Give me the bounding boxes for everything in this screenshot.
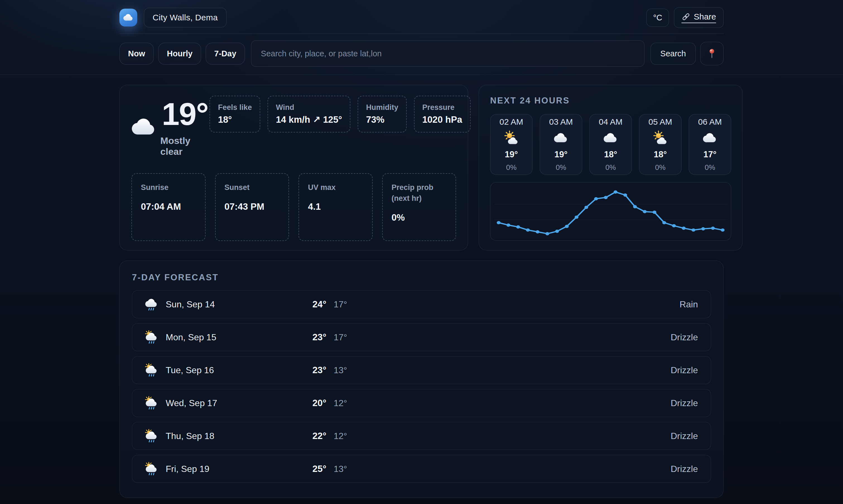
current-conditions-card: 19° Mostly clear Feels like 18° Wind 14 …	[120, 85, 468, 250]
forecast-day-cell: Fri, Sep 19	[145, 462, 312, 476]
forecast-condition: Drizzle	[670, 365, 698, 375]
detail-uv-max: UV max 4.1	[299, 173, 373, 241]
forecast-high-temp: 25°	[312, 464, 326, 474]
forecast-day-label: Sun, Sep 14	[166, 299, 215, 310]
temperature-column: 19° Mostly clear	[160, 97, 210, 157]
forecast-weather-icon	[145, 297, 158, 311]
stat-pressure: Pressure 1020 hPa	[414, 96, 471, 132]
forecast-low-temp: 13°	[334, 365, 347, 375]
hour-temperature: 19°	[555, 149, 568, 160]
tab-now[interactable]: Now	[120, 43, 154, 65]
detail-value: 07:43 PM	[225, 201, 280, 212]
next-24-hours-card: NEXT 24 HOURS 02 AM 19° 0% 03 AM 19° 0%	[479, 85, 742, 250]
forecast-low-temp: 17°	[334, 299, 347, 310]
forecast-day-label: Wed, Sep 17	[166, 398, 217, 408]
current-details: Sunrise 07:04 AM Sunset 07:43 PM UV max …	[131, 173, 456, 241]
forecast-row-sun-sep-14: Sun, Sep 14 24° 17° Rain	[132, 290, 711, 318]
stat-label: Humidity	[366, 103, 398, 112]
current-condition: Mostly clear	[160, 135, 210, 157]
tab-hourly[interactable]: Hourly	[158, 43, 201, 65]
stat-humidity: Humidity 73%	[358, 96, 407, 132]
stat-label: Wind	[276, 103, 342, 112]
temperature-chart	[490, 182, 731, 241]
hour-06am: 06 AM 17° 0%	[689, 114, 731, 175]
hour-time: 02 AM	[499, 117, 523, 127]
detail-label: Precip prob (next hr)	[392, 182, 447, 204]
current-temperature: 19°	[162, 97, 208, 131]
forecast-row-thu-sep-18: Thu, Sep 18 22° 12° Drizzle	[132, 422, 711, 450]
hour-time: 04 AM	[599, 117, 622, 127]
stat-value: 14 km/h ↗ 125°	[276, 114, 342, 125]
next-24-hours-title: NEXT 24 HOURS	[490, 96, 731, 106]
forecast-weather-icon	[145, 462, 158, 476]
forecast-day-label: Fri, Sep 19	[166, 464, 210, 474]
search-input[interactable]	[251, 40, 644, 67]
forecast-high-temp: 24°	[312, 299, 326, 310]
forecast-low-temp: 12°	[334, 431, 347, 441]
cloud-icon	[123, 12, 133, 23]
stat-value: 18°	[218, 114, 252, 125]
temperature-block: 19° Mostly clear	[131, 97, 210, 157]
stat-value: 1020 hPa	[422, 114, 462, 125]
forecast-condition: Drizzle	[670, 398, 698, 408]
hour-05am: 05 AM 18° 0%	[639, 114, 681, 175]
forecast-high-temp: 22°	[312, 431, 326, 441]
hour-temperature: 19°	[505, 149, 518, 160]
location-button[interactable]: City Walls, Dema	[144, 8, 227, 27]
forecast-low-temp: 17°	[334, 332, 347, 342]
forecast-high-temp: 23°	[312, 365, 326, 375]
current-summary: 19° Mostly clear Feels like 18° Wind 14 …	[131, 96, 456, 157]
hour-weather-icon	[603, 130, 618, 146]
hour-precip-probability: 0%	[705, 163, 715, 172]
forecast-day-label: Mon, Sep 15	[166, 332, 216, 342]
detail-sunset: Sunset 07:43 PM	[215, 173, 289, 241]
forecast-low-temp: 12°	[334, 398, 347, 408]
detail-precip-prob: Precip prob (next hr) 0%	[382, 173, 456, 241]
app-brand: City Walls, Dema	[120, 8, 227, 27]
forecast-high-temp: 20°	[312, 398, 326, 408]
search-button[interactable]: Search	[650, 43, 696, 65]
hour-weather-icon	[504, 130, 519, 146]
forecast-day-cell: Thu, Sep 18	[145, 429, 312, 443]
forecast-condition: Drizzle	[670, 332, 698, 342]
forecast-weather-icon	[145, 363, 158, 377]
header-actions: °C Share	[646, 7, 723, 28]
hour-temperature: 18°	[654, 149, 667, 160]
detail-value: 4.1	[308, 201, 363, 212]
seven-day-forecast-card: 7-DAY FORECAST Sun, Sep 14 24° 17° Rain	[120, 260, 723, 498]
stat-feels-like: Feels like 18°	[210, 96, 260, 132]
current-stats: Feels like 18° Wind 14 km/h ↗ 125° Humid…	[210, 96, 470, 132]
unit-toggle-button[interactable]: °C	[646, 8, 669, 27]
weather-app-page: City Walls, Dema °C Share NowHourly7-Day…	[0, 0, 843, 504]
hour-time: 03 AM	[549, 117, 573, 127]
link-icon	[681, 12, 690, 21]
hour-weather-icon	[703, 130, 717, 146]
tab-7-day[interactable]: 7-Day	[205, 43, 245, 65]
top-grid: 19° Mostly clear Feels like 18° Wind 14 …	[120, 85, 723, 250]
forecast-row-fri-sep-19: Fri, Sep 19 25° 13° Drizzle	[132, 455, 711, 483]
forecast-row-tue-sep-16: Tue, Sep 16 23° 13° Drizzle	[132, 356, 711, 384]
forecast-low-temp: 13°	[334, 464, 347, 474]
app-logo	[120, 8, 137, 26]
stat-wind: Wind 14 km/h ↗ 125°	[268, 96, 351, 132]
hour-04am: 04 AM 18° 0%	[589, 114, 632, 175]
forecast-day-cell: Tue, Sep 16	[145, 363, 312, 377]
hourly-strip[interactable]: 02 AM 19° 0% 03 AM 19° 0% 04 AM	[490, 114, 731, 175]
detail-value: 07:04 AM	[141, 201, 196, 212]
header: City Walls, Dema °C Share NowHourly7-Day…	[0, 0, 843, 75]
hour-precip-probability: 0%	[655, 163, 666, 172]
hour-weather-icon	[653, 130, 667, 146]
footer-strip	[0, 500, 843, 504]
forecast-weather-icon	[145, 396, 158, 410]
locate-me-button[interactable]	[700, 42, 723, 65]
hour-precip-probability: 0%	[605, 163, 616, 172]
hour-time: 06 AM	[698, 117, 722, 127]
share-button-content: Share	[681, 12, 716, 23]
stat-label: Feels like	[218, 103, 252, 112]
share-button[interactable]: Share	[674, 7, 723, 28]
forecast-day-cell: Wed, Sep 17	[145, 396, 312, 410]
forecast-condition: Rain	[680, 299, 698, 310]
hour-temperature: 18°	[604, 149, 617, 160]
hour-temperature: 17°	[703, 149, 717, 160]
hour-weather-icon	[554, 130, 568, 146]
